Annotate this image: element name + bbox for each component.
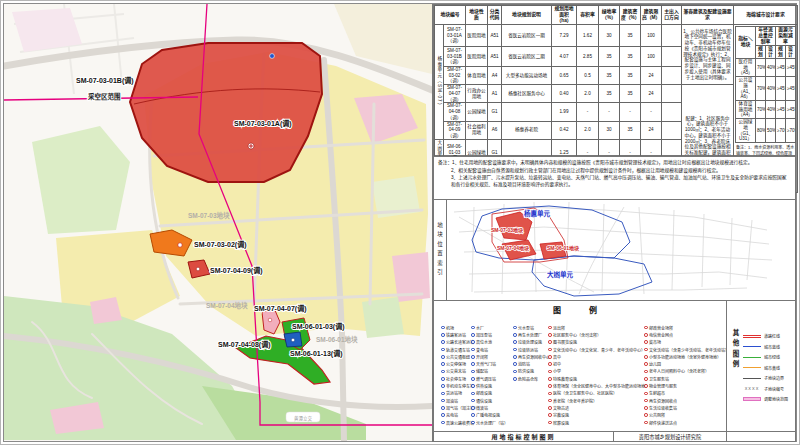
- cell-use: 行政办公用地: [466, 85, 488, 103]
- sponge-val: ≥45%: [786, 77, 796, 101]
- cell-density: 35: [620, 121, 641, 139]
- cell-area: 4.07: [552, 46, 577, 66]
- span: 邮政设施: [476, 390, 492, 396]
- parcel-label: SM-06-01-13(调): [290, 349, 343, 358]
- sponge-val: ≥45%: [776, 101, 786, 119]
- legend-column-public: 派出所社区服务中心（含司法所）图书展览设施文化活动中心（含文化宫、青少年、老年活…: [548, 324, 649, 426]
- legend-symbol-icon: [471, 406, 475, 410]
- cell-height: 100: [641, 46, 662, 66]
- line-sample-icon: [743, 335, 761, 338]
- parcel-label: SM-07-04-07(调): [254, 304, 307, 313]
- legend-symbol-icon: [441, 384, 445, 388]
- block-label: SM-07-03地块: [188, 211, 230, 220]
- legend-item: 殡葬设施: [548, 419, 649, 426]
- legend-symbol-icon: [644, 384, 648, 388]
- cell-class: A51: [488, 46, 502, 66]
- legend-item: 小型多功能运动场地（含室外健身场地）: [644, 353, 729, 360]
- legend-symbol-icon: [548, 421, 552, 425]
- sponge-row: 医疗用地（A5） 70% 40% ≥45% ≥45%: [736, 58, 796, 76]
- header-far: 容积率: [577, 6, 599, 25]
- cell-entrance: [662, 85, 682, 103]
- legend-symbol-icon: [441, 377, 445, 381]
- sponge-val: 40%: [766, 101, 776, 119]
- land-use-map-svg: SM-07-03地块 SM-07-04地块 SM-06-01地块 SM-07-0…: [4, 4, 432, 441]
- title-block: 用地指标控制图则 贵阳市城乡规划设计研究院: [433, 431, 796, 442]
- sponge-row: 公共设施（A1、A6） 70% 40% ≥45% ≥45%: [736, 77, 796, 101]
- line-sample-icon: [743, 346, 761, 347]
- span: 道路红线: [764, 333, 780, 339]
- sponge-cat: 公共设施（A1、A6）: [736, 77, 756, 101]
- legend-symbol-icon: [548, 413, 552, 417]
- cell-code: SM-07-03-01B（调）: [444, 46, 466, 66]
- mined-area-label: 采空区范围: [88, 92, 121, 101]
- legend-item: 邮政设施: [471, 390, 508, 397]
- legend-item: 文化活动站（含青少年活动站、老年活动站）: [644, 346, 729, 353]
- cell-area: 0.42: [552, 121, 577, 139]
- span: 小型多功能运动场地（含室外健身场地）: [649, 354, 721, 360]
- legend-symbol-icon: [548, 340, 552, 344]
- legend-symbol-icon: [644, 392, 648, 396]
- span: 物业管理与服务: [649, 383, 677, 389]
- cell-far: -: [577, 103, 599, 121]
- span: 城市黄线: [764, 365, 780, 371]
- span: 子地块边界: [764, 375, 784, 381]
- legend-item: 防洪设施: [513, 368, 550, 375]
- legend-item: 高中: [548, 353, 649, 360]
- legend-symbol-icon: [471, 348, 475, 352]
- span: 子地块编号: [764, 386, 784, 392]
- span: 社会停车场: [446, 376, 466, 382]
- header-green: 绿地率（%）: [599, 6, 620, 25]
- legend-symbol-icon: [644, 399, 648, 403]
- cell-use: 公园绿地: [466, 103, 488, 121]
- cell-desc: 省医云岩院区二期: [502, 46, 552, 66]
- span: 天然气门站: [476, 361, 496, 367]
- legend-symbol-icon: [548, 370, 552, 374]
- sponge-val: 70%: [756, 101, 766, 119]
- legend-symbol-icon: [471, 399, 475, 403]
- interchange-label: 黄潭立交: [294, 415, 312, 422]
- legend-symbol-icon: [441, 340, 445, 344]
- legend-symbol-icon: [471, 384, 475, 388]
- span: 非机动车停车场: [446, 383, 474, 389]
- legend-symbol-icon: [441, 392, 445, 396]
- span: 变电站: [476, 347, 488, 353]
- cell-area: 1.99: [552, 103, 577, 121]
- legend-symbol-icon: [644, 377, 648, 381]
- legend-symbol-icon: [644, 421, 648, 425]
- span: 调整地块范围: [764, 396, 788, 402]
- legend-item: 文物古迹: [548, 404, 649, 411]
- cell-height: -: [641, 103, 662, 121]
- fire-station-icon: [291, 338, 295, 342]
- legend-item: 生鲜超市: [644, 390, 729, 397]
- tr: 指标＼地块 年径流总量控制率 面源污染削减率: [736, 26, 796, 45]
- cell-desc: 省医云岩院区一期: [502, 24, 552, 46]
- legend-item: 图书展览设施: [548, 339, 649, 346]
- cell-use: 体育用地: [466, 66, 488, 84]
- legend-item: 高位水池: [471, 339, 508, 346]
- parcel-label: SM-06-01-03(调): [292, 322, 345, 331]
- sponge-corner: 指标＼地块: [736, 26, 756, 58]
- legend-item: 变电站: [471, 346, 508, 353]
- legend-symbol-icon: [471, 413, 475, 417]
- cell-use: 社会福利用地: [466, 121, 488, 139]
- index-block-label: SM-07-04地块: [497, 245, 530, 252]
- cell-desc: 杨惠社区服务中心: [502, 85, 552, 103]
- span: 邮政营业场所: [649, 325, 673, 331]
- sponge-sub: 规划: [776, 45, 786, 58]
- legend-item: 加压泵站: [471, 331, 508, 338]
- legend-symbol-icon: [471, 355, 475, 359]
- span: 再生资源回收中心: [518, 354, 550, 360]
- legend-item: 菜市场: [644, 339, 729, 346]
- location-index-title-strip: 地块位置索引: [434, 200, 447, 300]
- legend-symbol-icon: [513, 333, 517, 337]
- span: 城市蓝线: [764, 344, 780, 350]
- sponge-sub: 设计: [766, 45, 776, 58]
- span: 污水泵站: [518, 325, 534, 331]
- legend-item: 危险品仓库: [513, 375, 550, 382]
- note-line: 3、上述污水处理厂、污水提升泵站、垃圾转运站、变电站、天然气门站、燃气高中压调压…: [438, 174, 791, 188]
- welfare-icon: [196, 267, 200, 271]
- sponge-row: 公园绿地（G1、U31） 80% 50% ≥70% ≥70%: [736, 119, 796, 143]
- cell-desc: [502, 103, 552, 121]
- land-use-map: SM-07-03地块 SM-07-04地块 SM-06-01地块 SM-07-0…: [4, 4, 432, 441]
- span: 小学: [553, 368, 561, 374]
